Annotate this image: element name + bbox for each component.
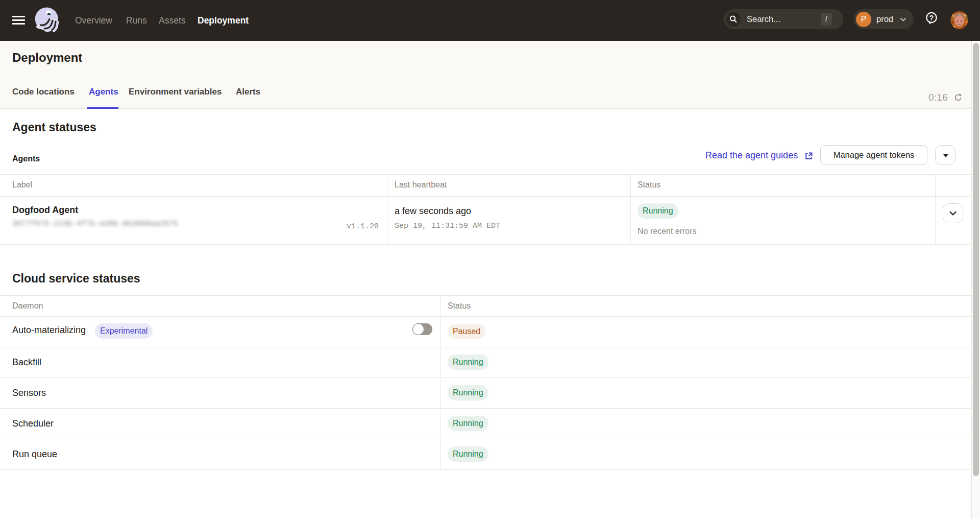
svg-text:?: ? xyxy=(929,14,934,22)
